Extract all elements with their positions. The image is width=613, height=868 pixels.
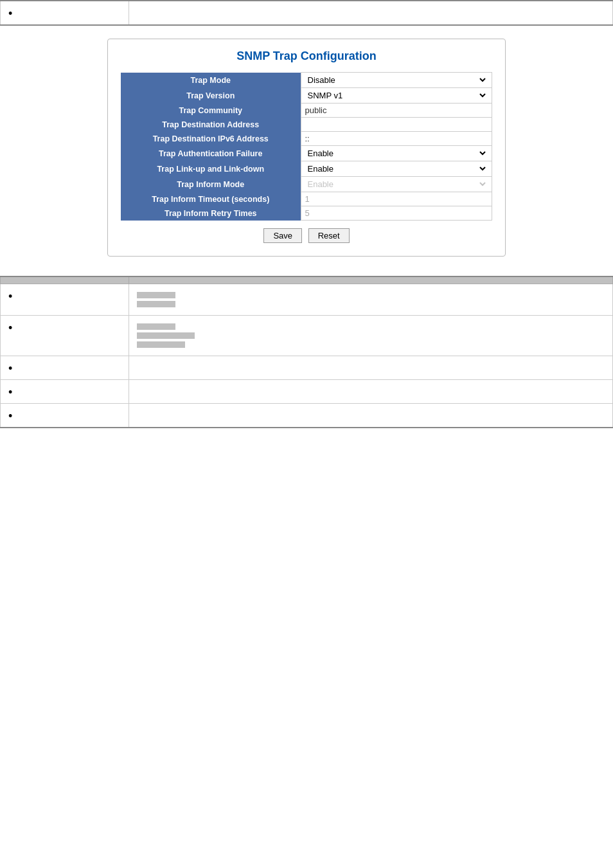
trap-inform-mode-select[interactable]: Enable Disable <box>305 179 488 190</box>
trap-inform-timeout-label: Trap Inform Timeout (seconds) <box>121 192 301 206</box>
trap-auth-failure-row: Trap Authentication Failure Enable Disab… <box>121 146 492 161</box>
trap-linkup-select[interactable]: Enable Disable <box>305 163 488 174</box>
trap-linkup-label: Trap Link-up and Link-down <box>121 161 301 177</box>
desc-row-1: • <box>1 284 613 316</box>
desc-row-4: • <box>1 380 613 404</box>
trap-dest-addr-label: Trap Destination Address <box>121 118 301 132</box>
desc-bullet-2: • <box>8 322 12 334</box>
desc-row-1-bullet-cell: • <box>1 284 129 316</box>
trap-dest-addr-row: Trap Destination Address <box>121 118 492 132</box>
save-button[interactable]: Save <box>263 228 302 243</box>
snmp-panel-title: SNMP Trap Configuration <box>121 50 492 63</box>
trap-linkup-row: Trap Link-up and Link-down Enable Disabl… <box>121 161 492 177</box>
desc-row-2-bullet-cell: • <box>1 316 129 356</box>
top-section-table: • <box>0 0 613 26</box>
trap-auth-failure-label: Trap Authentication Failure <box>121 146 301 161</box>
gray-bar-2c <box>137 341 185 348</box>
trap-version-row: Trap Version SNMP v1 SNMP v2c SNMP v3 <box>121 88 492 104</box>
desc-bullet-1: • <box>8 291 12 302</box>
desc-row-2-content <box>129 316 613 356</box>
desc-row-3-bullet-cell: • <box>1 356 129 380</box>
desc-row-1-content <box>129 284 613 316</box>
trap-dest-addr-input[interactable] <box>305 120 488 129</box>
trap-inform-retry-input[interactable] <box>305 208 488 218</box>
trap-mode-row: Trap Mode Disable Enable <box>121 73 492 88</box>
top-bullet: • <box>8 8 12 19</box>
trap-dest-ipv6-label: Trap Destination IPv6 Address <box>121 132 301 146</box>
desc-row-2: • <box>1 316 613 356</box>
desc-row-5-bullet-cell: • <box>1 404 129 428</box>
trap-community-row: Trap Community <box>121 104 492 118</box>
trap-version-label: Trap Version <box>121 88 301 104</box>
trap-version-cell[interactable]: SNMP v1 SNMP v2c SNMP v3 <box>301 88 492 104</box>
desc-header-col1 <box>1 276 129 284</box>
top-content-cell <box>129 1 613 25</box>
trap-inform-retry-row: Trap Inform Retry Times <box>121 206 492 221</box>
trap-version-select[interactable]: SNMP v1 SNMP v2c SNMP v3 <box>305 90 488 101</box>
desc-bullet-3: • <box>8 363 12 374</box>
trap-inform-timeout-input[interactable] <box>305 194 488 204</box>
desc-row-5-content <box>129 404 613 428</box>
snmp-form-table: Trap Mode Disable Enable Trap Version SN… <box>121 72 492 221</box>
trap-community-cell[interactable] <box>301 104 492 118</box>
trap-inform-mode-row: Trap Inform Mode Enable Disable <box>121 177 492 192</box>
trap-community-label: Trap Community <box>121 104 301 118</box>
desc-row-4-content <box>129 380 613 404</box>
snmp-trap-config-panel: SNMP Trap Configuration Trap Mode Disabl… <box>107 39 506 257</box>
gray-bar-1b <box>137 301 175 307</box>
desc-row-3-content <box>129 356 613 380</box>
desc-row-5: • <box>1 404 613 428</box>
trap-mode-cell[interactable]: Disable Enable <box>301 73 492 88</box>
trap-inform-retry-label: Trap Inform Retry Times <box>121 206 301 221</box>
trap-mode-label: Trap Mode <box>121 73 301 88</box>
trap-dest-addr-cell[interactable] <box>301 118 492 132</box>
trap-inform-timeout-row: Trap Inform Timeout (seconds) <box>121 192 492 206</box>
desc-bullet-5: • <box>8 410 12 422</box>
reset-button[interactable]: Reset <box>308 228 350 243</box>
trap-community-input[interactable] <box>305 105 488 115</box>
trap-dest-ipv6-input[interactable] <box>305 134 488 143</box>
gray-bar-2a <box>137 323 175 330</box>
desc-header-col2 <box>129 276 613 284</box>
trap-linkup-cell[interactable]: Enable Disable <box>301 161 492 177</box>
trap-inform-mode-label: Trap Inform Mode <box>121 177 301 192</box>
desc-row-3: • <box>1 356 613 380</box>
snmp-btn-row: Save Reset <box>121 228 492 243</box>
desc-row-4-bullet-cell: • <box>1 380 129 404</box>
trap-inform-retry-cell[interactable] <box>301 206 492 221</box>
trap-dest-ipv6-row: Trap Destination IPv6 Address <box>121 132 492 146</box>
trap-auth-failure-cell[interactable]: Enable Disable <box>301 146 492 161</box>
trap-mode-select[interactable]: Disable Enable <box>305 75 488 86</box>
desc-bullet-4: • <box>8 386 12 398</box>
trap-dest-ipv6-cell[interactable] <box>301 132 492 146</box>
gray-bar-2b <box>137 332 195 339</box>
trap-auth-failure-select[interactable]: Enable Disable <box>305 148 488 159</box>
trap-inform-timeout-cell[interactable] <box>301 192 492 206</box>
gray-bar-1a <box>137 292 175 298</box>
desc-table: • • • • <box>0 276 613 428</box>
trap-inform-mode-cell[interactable]: Enable Disable <box>301 177 492 192</box>
